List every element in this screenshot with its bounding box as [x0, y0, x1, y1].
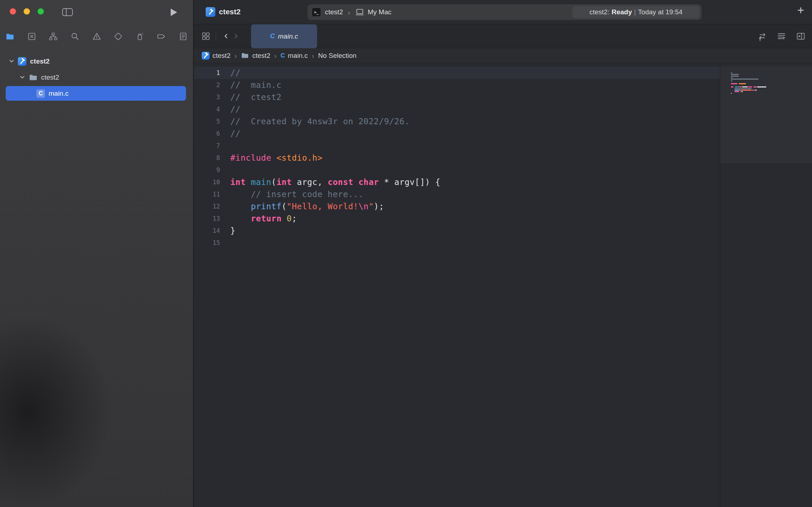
c-file-icon: C	[36, 89, 45, 98]
navigator-sidebar: ctest2ctest2Cmain.c	[0, 0, 194, 507]
breakpoint-tag-icon	[157, 32, 166, 41]
split-editor-icon	[796, 31, 806, 41]
symbol-navigator-tab[interactable]	[47, 30, 60, 43]
zoom-window-button[interactable]	[37, 8, 44, 15]
code-text: // insert code here...	[230, 190, 364, 199]
minimap-line	[731, 93, 732, 94]
line-number[interactable]: 8	[194, 154, 220, 161]
code-line-14[interactable]: 14}	[194, 225, 720, 237]
minimap-line	[731, 90, 757, 91]
breadcrumb-separator: ›	[235, 52, 237, 59]
code-line-12[interactable]: 12 printf("Hello, World!\n");	[194, 200, 720, 212]
toggle-sidebar-button[interactable]	[61, 7, 74, 17]
code-area[interactable]: 1//2// main.c3// ctest24//5// Created by…	[194, 67, 720, 249]
scheme-selector[interactable]: ctest2	[325, 8, 343, 16]
tab-label: main.c	[278, 32, 298, 40]
breadcrumb-item-3[interactable]: No Selection	[318, 52, 357, 60]
breadcrumb-label: ctest2	[212, 52, 231, 60]
code-line-8[interactable]: 8#include <stdio.h>	[194, 152, 720, 164]
minimap-line	[731, 77, 732, 78]
breakpoint-navigator-tab[interactable]	[155, 30, 168, 43]
code-line-2[interactable]: 2// main.c	[194, 79, 720, 91]
code-line-6[interactable]: 6//	[194, 127, 720, 140]
line-number[interactable]: 14	[194, 227, 220, 234]
disclosure-chevron-icon[interactable]	[7, 58, 16, 64]
swap-arrows-icon	[757, 31, 767, 41]
activity-view[interactable]: ctest2: Ready | Today at 19:54	[572, 6, 700, 18]
disclosure-chevron-icon[interactable]	[18, 74, 26, 80]
code-review-button[interactable]	[757, 31, 767, 41]
navigator-bar	[4, 30, 190, 43]
line-number[interactable]: 7	[194, 142, 220, 149]
line-number[interactable]: 10	[194, 179, 220, 186]
code-line-4[interactable]: 4//	[194, 103, 720, 115]
line-number[interactable]: 3	[194, 94, 220, 101]
code-line-1[interactable]: 1//	[194, 67, 720, 79]
report-navigator-tab[interactable]	[177, 30, 190, 43]
code-line-5[interactable]: 5// Created by 4nsw3r on 2022/9/26.	[194, 115, 720, 127]
run-destination[interactable]: My Mac	[368, 8, 392, 16]
code-text: //	[230, 68, 241, 77]
code-line-15[interactable]: 15	[194, 237, 720, 249]
code-line-13[interactable]: 13 return 0;	[194, 212, 720, 225]
line-number[interactable]: 6	[194, 130, 220, 137]
issue-navigator-tab[interactable]	[90, 30, 103, 43]
breadcrumb-item-2[interactable]: Cmain.c	[281, 52, 308, 60]
line-number[interactable]: 4	[194, 106, 220, 113]
report-document-icon	[179, 32, 188, 41]
tab-overview-button[interactable]	[201, 31, 211, 41]
tree-row-ctest2[interactable]: ctest2	[0, 69, 193, 85]
close-window-button[interactable]	[10, 8, 16, 15]
line-number[interactable]: 15	[194, 239, 220, 246]
tree-item-label: ctest2	[30, 57, 50, 65]
find-navigator-tab[interactable]	[69, 30, 81, 43]
tab-main-c[interactable]: C main.c	[251, 24, 317, 48]
library-button[interactable]: +	[797, 4, 804, 16]
line-number[interactable]: 2	[194, 81, 220, 89]
minimize-window-button[interactable]	[24, 8, 30, 15]
tree-item-label: ctest2	[41, 74, 59, 81]
line-number[interactable]: 9	[194, 166, 220, 174]
line-number[interactable]: 12	[194, 203, 220, 210]
project-navigator-tab[interactable]	[4, 30, 16, 43]
code-line-11[interactable]: 11 // insert code here...	[194, 188, 720, 200]
go-back-button[interactable]: ‹	[221, 30, 231, 41]
status-time: Today at 19:54	[638, 8, 683, 16]
square-x-icon	[27, 32, 36, 41]
code-line-10[interactable]: 10int main(int argc, const char * argv[]…	[194, 176, 720, 188]
status-project: ctest2:	[590, 8, 610, 16]
tree-row-main.c[interactable]: Cmain.c	[0, 85, 193, 101]
go-forward-button[interactable]: ›	[231, 30, 241, 41]
minimap-line	[731, 80, 732, 81]
editor-options-button[interactable]	[776, 31, 786, 41]
grid-icon	[201, 31, 211, 41]
line-number[interactable]: 11	[194, 191, 220, 198]
tree-row-ctest2[interactable]: ctest2	[0, 53, 193, 69]
minimap-visible-region[interactable]	[720, 66, 812, 163]
add-editor-button[interactable]	[796, 31, 806, 41]
run-button[interactable]	[169, 7, 179, 17]
code-line-3[interactable]: 3// ctest2	[194, 91, 720, 103]
line-number[interactable]: 1	[194, 69, 220, 76]
xcode-app-icon	[206, 7, 215, 17]
line-number[interactable]: 5	[194, 118, 220, 125]
code-line-9[interactable]: 9	[194, 164, 720, 176]
test-navigator-tab[interactable]	[112, 30, 125, 43]
breadcrumb-item-1[interactable]: ctest2	[241, 52, 270, 60]
warning-triangle-icon	[92, 32, 101, 41]
minimap[interactable]	[720, 64, 812, 507]
breadcrumb-label: ctest2	[252, 52, 270, 60]
breadcrumb-item-0[interactable]: ctest2	[202, 52, 231, 60]
debug-navigator-tab[interactable]	[134, 30, 146, 43]
code-line-7[interactable]: 7	[194, 140, 720, 152]
status-separator: |	[634, 8, 636, 16]
jump-bar[interactable]: ctest2›ctest2›Cmain.c›No Selection	[194, 48, 812, 63]
line-number[interactable]: 13	[194, 215, 220, 222]
folder-icon	[29, 73, 38, 82]
source-control-navigator-tab[interactable]	[25, 30, 38, 43]
breadcrumb-label: main.c	[288, 52, 308, 60]
tab-bar: ‹ › C main.c	[194, 24, 812, 48]
code-text: //	[230, 105, 241, 114]
code-editor[interactable]: 1//2// main.c3// ctest24//5// Created by…	[194, 64, 812, 507]
code-text: int main(int argc, const char * argv[]) …	[230, 177, 440, 187]
